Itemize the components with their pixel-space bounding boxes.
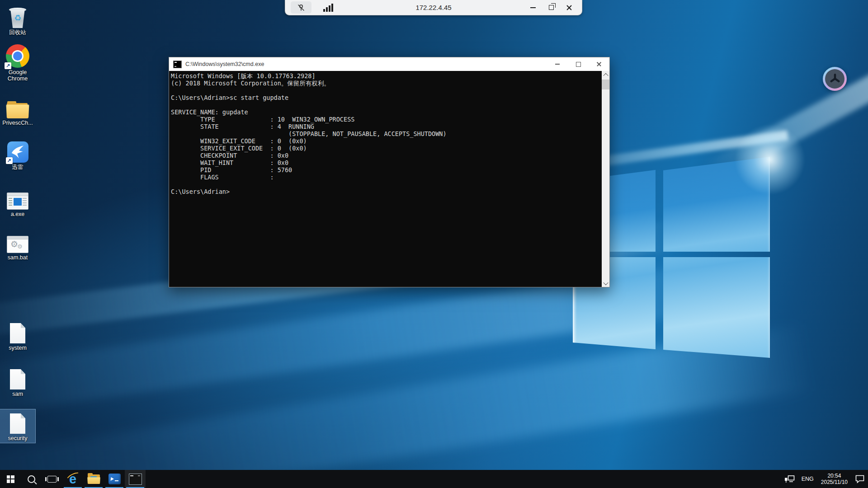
action-center-button[interactable]: [852, 470, 868, 488]
cmd-line: SERVICE_EXIT_CODE : 0 (0x0): [171, 145, 602, 152]
taskbar: e ENG 20:54 2025/11/10: [0, 470, 868, 488]
cmd-line: (c) 2018 Microsoft Corporation。保留所有权利。: [171, 80, 602, 87]
taskbar-search-button[interactable]: [21, 470, 42, 488]
task-view-icon: [47, 476, 57, 483]
desktop-icon-sam[interactable]: sam: [0, 365, 35, 399]
icon-label: PrivescCh...: [0, 120, 35, 126]
scrollbar[interactable]: [602, 71, 609, 287]
language-indicator[interactable]: ENG: [798, 470, 817, 488]
close-icon: [566, 5, 572, 11]
network-tray-button[interactable]: [781, 470, 798, 488]
recycle-bin-icon: ♻: [8, 6, 27, 28]
cmd-line: [171, 87, 602, 94]
window-maximize-button[interactable]: [568, 57, 589, 71]
date: 2025/11/10: [821, 479, 848, 485]
search-icon: [28, 475, 35, 483]
scrollbar-thumb[interactable]: [602, 80, 609, 89]
chrome-icon: ↗: [6, 44, 29, 68]
taskbar-cmd[interactable]: [125, 470, 146, 488]
rdp-connection-bar[interactable]: 172.22.4.45: [285, 0, 582, 15]
cmd-title-bar[interactable]: C:\Windows\system32\cmd.exe: [169, 57, 609, 71]
cmd-line: [171, 101, 602, 108]
chevron-down-icon: [603, 280, 608, 285]
cmd-icon: [173, 61, 182, 68]
cmd-line: WIN32_EXIT_CODE : 0 (0x0): [171, 137, 602, 145]
cmd-line: WAIT_HINT : 0x0: [171, 159, 602, 166]
cmd-line: CHECKPOINT : 0x0: [171, 152, 602, 159]
rdp-minimize-button[interactable]: [524, 0, 542, 15]
desktop-icon-security[interactable]: security: [0, 409, 35, 443]
maximize-icon: [576, 62, 581, 67]
network-icon: [784, 475, 795, 483]
scroll-down-button[interactable]: [602, 279, 609, 287]
icon-label: system: [0, 345, 35, 351]
shortcut-arrow-icon: ↗: [5, 62, 11, 69]
cmd-line: Microsoft Windows [版本 10.0.17763.2928]: [171, 72, 602, 80]
time: 20:54: [821, 473, 848, 479]
window-minimize-button[interactable]: [547, 57, 568, 71]
desktop-icon-a-exe[interactable]: a.exe: [0, 185, 35, 219]
cmd-icon: [129, 474, 142, 485]
desktop-icon-recycle-bin[interactable]: ♻ 回收站: [0, 4, 35, 37]
triskelion-icon: [825, 69, 844, 89]
file-icon: [10, 323, 25, 343]
file-icon: [10, 413, 25, 434]
internet-explorer-icon: e: [66, 472, 80, 486]
batch-file-icon: ⚙⚙: [7, 236, 28, 253]
cmd-line: [171, 181, 602, 188]
icon-label: Google Chrome: [0, 69, 35, 82]
rdp-restore-button[interactable]: [542, 0, 560, 15]
floating-assistant-widget[interactable]: [823, 67, 847, 91]
xunlei-bird-icon: ↗: [7, 141, 28, 163]
chevron-up-icon: [603, 73, 608, 78]
icon-label: sam: [0, 391, 35, 397]
taskbar-powershell[interactable]: [104, 470, 125, 488]
icon-label: 回收站: [0, 29, 35, 36]
cmd-window: C:\Windows\system32\cmd.exe Microsoft Wi…: [169, 57, 610, 287]
cmd-line: SERVICE_NAME: gupdate: [171, 108, 602, 116]
window-close-button[interactable]: [589, 57, 609, 71]
cmd-output: Microsoft Windows [版本 10.0.17763.2928] (…: [169, 71, 602, 287]
cmd-line: TYPE : 10 WIN32_OWN_PROCESS: [171, 116, 602, 123]
folder-icon: [7, 101, 28, 118]
icon-label: 迅雷: [0, 164, 35, 170]
file-explorer-icon: [88, 474, 100, 484]
clock[interactable]: 20:54 2025/11/10: [817, 473, 852, 485]
windows-start-icon: [7, 475, 14, 483]
minimize-icon: [530, 7, 536, 8]
desktop-icon-sam-bat[interactable]: ⚙⚙ sam.bat: [0, 229, 35, 262]
minimize-icon: [555, 64, 560, 65]
cmd-line: FLAGS :: [171, 174, 602, 181]
file-icon: [10, 369, 25, 389]
icon-label: sam.bat: [0, 254, 35, 261]
task-view-button[interactable]: [42, 470, 62, 488]
powershell-icon: [108, 474, 121, 484]
taskbar-internet-explorer[interactable]: e: [62, 470, 83, 488]
cmd-line: C:\Users\Adrian>: [171, 188, 602, 195]
scroll-up-button[interactable]: [602, 71, 609, 79]
restore-icon: [549, 5, 554, 10]
cmd-line: (STOPPABLE, NOT_PAUSABLE, ACCEPTS_SHUTDO…: [171, 130, 602, 137]
close-icon: [596, 61, 602, 67]
cmd-line: C:\Users\Adrian>sc start gupdate: [171, 94, 602, 101]
desktop-icon-google-chrome[interactable]: ↗ Google Chrome: [0, 43, 35, 83]
desktop-icon-system[interactable]: system: [0, 319, 35, 352]
cmd-line: PID : 5760: [171, 166, 602, 174]
desktop-icon-xunlei[interactable]: ↗ 迅雷: [0, 138, 35, 172]
unpin-icon: [297, 3, 306, 12]
system-tray: ENG 20:54 2025/11/10: [781, 470, 868, 488]
connection-quality-icon[interactable]: [323, 4, 333, 12]
rdp-close-button[interactable]: [560, 0, 578, 15]
window-title: C:\Windows\system32\cmd.exe: [185, 61, 264, 67]
taskbar-file-explorer[interactable]: [83, 470, 104, 488]
shortcut-arrow-icon: ↗: [6, 157, 13, 164]
application-icon: [7, 192, 28, 210]
desktop-icon-privesccheck-folder[interactable]: PrivescCh...: [0, 94, 35, 127]
start-button[interactable]: [0, 470, 21, 488]
light-flare: [731, 121, 808, 198]
action-center-icon: [855, 474, 865, 483]
cmd-line: STATE : 4 RUNNING: [171, 123, 602, 130]
unpin-button[interactable]: [291, 1, 311, 14]
icon-label: security: [0, 435, 35, 441]
icon-label: a.exe: [0, 211, 35, 217]
